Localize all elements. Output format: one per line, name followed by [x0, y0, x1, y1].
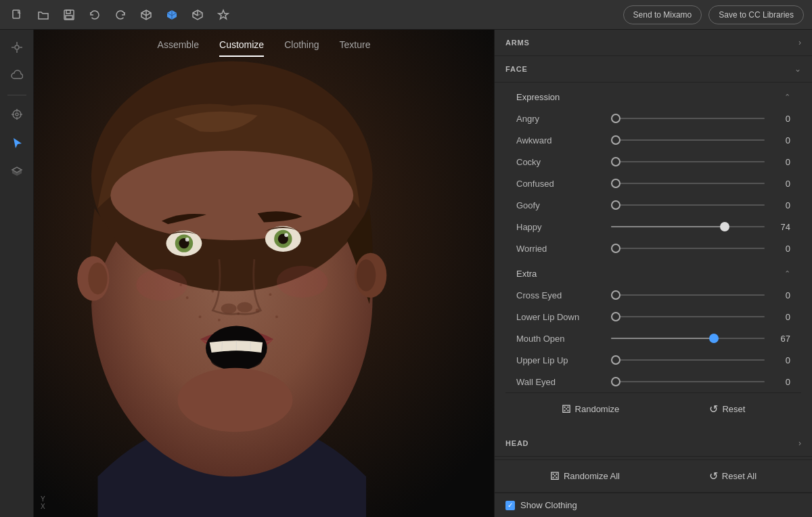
redo-icon[interactable] [111, 5, 130, 24]
svg-point-23 [269, 293, 272, 296]
main-area: Assemble Customize Clothing Texture [0, 30, 812, 517]
slider-lower-lip-down: Lower Lip Down 0 [516, 306, 790, 328]
randomize-all-button[interactable]: ⚄ Randomize All [550, 470, 620, 482]
slider-confused: Confused 0 [516, 173, 790, 194]
slider-confused-track[interactable] [611, 177, 765, 190]
tab-assemble[interactable]: Assemble [158, 39, 199, 57]
slider-cross-eyed: Cross Eyed 0 [516, 284, 790, 306]
slider-goofy-label: Goofy [516, 200, 604, 210]
section-head[interactable]: HEAD › [495, 430, 812, 457]
svg-point-42 [277, 266, 328, 298]
svg-point-18 [212, 290, 215, 293]
slider-angry-track[interactable] [611, 112, 765, 125]
svg-point-48 [178, 368, 293, 432]
cube-shaded-icon[interactable] [188, 5, 207, 24]
extra-header[interactable]: Extra ⌃ [516, 263, 790, 284]
expression-arrow-icon: ⌃ [784, 93, 790, 102]
slider-goofy-value: 0 [771, 200, 790, 210]
show-clothing-label[interactable]: ✓ Show Clothing [505, 500, 577, 510]
slider-confused-label: Confused [516, 179, 604, 189]
slider-happy-track[interactable] [611, 220, 765, 233]
svg-point-39 [221, 303, 237, 313]
svg-point-22 [186, 296, 189, 299]
svg-rect-3 [66, 16, 72, 19]
tab-clothing[interactable]: Clothing [284, 39, 319, 57]
transform-icon[interactable] [5, 35, 29, 60]
viewport-coords: Y X [41, 495, 45, 510]
section-face-title: FACE [505, 65, 528, 73]
slider-goofy-track[interactable] [611, 198, 765, 212]
reset-all-label: Reset All [722, 471, 757, 481]
slider-happy-label: Happy [516, 222, 604, 232]
face-content: Expression ⌃ Angry [495, 83, 812, 430]
slider-cross-eyed-label: Cross Eyed [516, 290, 604, 300]
expression-header[interactable]: Expression ⌃ [516, 87, 790, 108]
cube-outline-icon[interactable] [137, 5, 156, 24]
toolbar-right: Send to Mixamo Save to CC Libraries [623, 5, 804, 24]
svg-point-47 [211, 351, 263, 369]
reset-icon: ↺ [709, 403, 718, 415]
reset-button[interactable]: ↺ Reset [709, 403, 745, 415]
save-icon[interactable] [60, 5, 78, 24]
expression-subsection: Expression ⌃ Angry [505, 83, 801, 259]
randomize-button[interactable]: ⚄ Randomize [562, 403, 620, 415]
svg-point-4 [15, 45, 19, 49]
svg-point-30 [110, 151, 353, 240]
svg-point-34 [185, 238, 189, 242]
slider-angry: Angry 0 [516, 108, 790, 129]
slider-worried: Worried 0 [516, 238, 790, 259]
slider-lower-lip-down-track[interactable] [611, 310, 765, 323]
send-to-mixamo-button[interactable]: Send to Mixamo [623, 5, 702, 24]
randomize-all-icon: ⚄ [550, 470, 560, 482]
svg-point-28 [275, 315, 278, 318]
nav-tabs: Assemble Customize Clothing Texture [34, 30, 494, 57]
reset-all-button[interactable]: ↺ Reset All [709, 470, 757, 482]
character-viewport [34, 30, 494, 517]
global-action-row: ⚄ Randomize All ↺ Reset All [495, 459, 812, 493]
sidebar-divider [7, 95, 26, 95]
slider-confused-value: 0 [771, 179, 790, 189]
cube-solid-icon[interactable] [162, 5, 181, 24]
section-head-title: HEAD [505, 439, 528, 447]
panel-scroll[interactable]: ARMS › FACE ⌄ Expression ⌃ [495, 30, 812, 459]
slider-worried-track[interactable] [611, 242, 765, 255]
cursor-icon[interactable] [5, 131, 29, 155]
slider-lower-lip-down-value: 0 [771, 312, 790, 322]
section-arms[interactable]: ARMS › [495, 30, 812, 56]
target-icon[interactable] [5, 102, 29, 127]
new-icon[interactable] [8, 5, 27, 24]
section-face: FACE ⌄ Expression ⌃ Angry [495, 56, 812, 430]
tab-texture[interactable]: Texture [340, 39, 371, 57]
extra-subsection: Extra ⌃ Cross Eyed [505, 259, 801, 392]
svg-point-24 [199, 315, 202, 318]
slider-angry-label: Angry [516, 114, 604, 124]
left-sidebar [0, 30, 34, 517]
star-icon[interactable] [214, 5, 233, 24]
slider-cross-eyed-track[interactable] [611, 288, 765, 302]
cloud-icon[interactable] [5, 64, 29, 88]
open-icon[interactable] [34, 5, 53, 24]
slider-upper-lip-up-label: Upper Lip Up [516, 355, 604, 365]
slider-awkward: Awkward 0 [516, 129, 790, 151]
slider-awkward-track[interactable] [611, 133, 765, 147]
slider-awkward-value: 0 [771, 135, 790, 145]
layers-icon[interactable] [5, 159, 29, 183]
section-face-header[interactable]: FACE ⌄ [495, 56, 812, 83]
undo-icon[interactable] [85, 5, 104, 24]
face-arrow-icon: ⌄ [794, 64, 801, 74]
reset-all-icon: ↺ [709, 470, 718, 482]
top-toolbar: Send to Mixamo Save to CC Libraries [0, 0, 812, 30]
tab-customize[interactable]: Customize [219, 39, 264, 57]
slider-cocky-track[interactable] [611, 155, 765, 168]
slider-mouth-open: Mouth Open 67 [516, 328, 790, 349]
svg-point-41 [136, 269, 187, 300]
slider-goofy: Goofy 0 [516, 194, 790, 216]
viewport[interactable]: Assemble Customize Clothing Texture [34, 30, 494, 517]
slider-wall-eyed-track[interactable] [611, 375, 765, 388]
slider-cocky-label: Cocky [516, 157, 604, 167]
slider-mouth-open-track[interactable] [611, 332, 765, 345]
show-clothing-checkbox[interactable]: ✓ [505, 501, 515, 510]
save-to-cc-button[interactable]: Save to CC Libraries [708, 5, 804, 24]
svg-point-6 [16, 113, 18, 116]
slider-upper-lip-up-track[interactable] [611, 353, 765, 367]
